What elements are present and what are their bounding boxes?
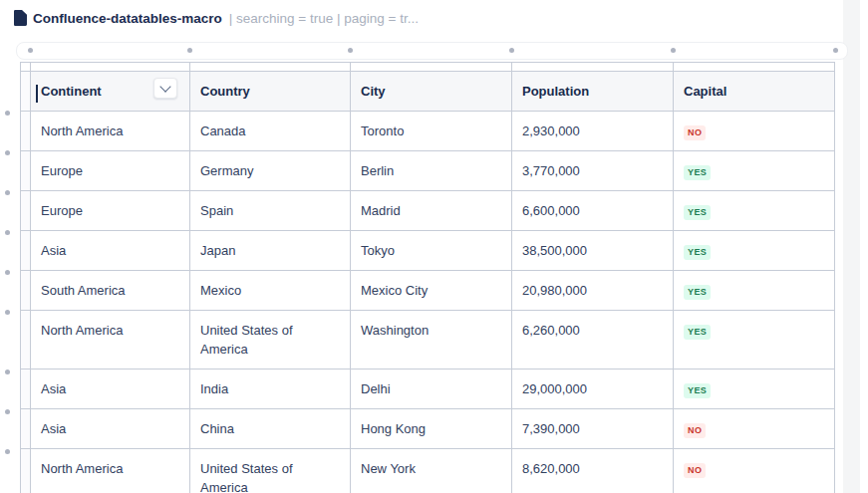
- column-grab-country[interactable]: [190, 63, 351, 72]
- cell-population[interactable]: 6,260,000: [512, 311, 674, 370]
- cell-country[interactable]: Japan: [190, 231, 351, 271]
- cell-country[interactable]: Mexico: [190, 271, 351, 311]
- cell-city[interactable]: Berlin: [351, 151, 512, 191]
- column-options-button[interactable]: [153, 78, 177, 99]
- cell-country[interactable]: India: [190, 370, 351, 409]
- row-drag-handle[interactable]: [21, 191, 31, 231]
- header-cell-capital[interactable]: Capital: [674, 72, 835, 112]
- cell-city[interactable]: Washington: [351, 311, 512, 370]
- row-handle-dot[interactable]: [5, 370, 10, 374]
- cell-capital[interactable]: YES: [674, 191, 835, 231]
- column-handle-dot[interactable]: [509, 48, 514, 53]
- row-handle-dot[interactable]: [5, 449, 10, 454]
- column-handle-dot[interactable]: [671, 48, 676, 53]
- cell-continent[interactable]: North America: [31, 311, 190, 370]
- row-drag-handle[interactable]: [21, 72, 31, 112]
- cell-continent[interactable]: Europe: [31, 191, 190, 231]
- column-grab-continent[interactable]: [31, 63, 190, 72]
- cell-capital[interactable]: YES: [674, 271, 835, 311]
- capital-badge: YES: [684, 165, 711, 180]
- cell-population[interactable]: 2,930,000: [512, 112, 674, 151]
- capital-badge: YES: [684, 245, 711, 260]
- cell-capital[interactable]: NO: [674, 409, 835, 449]
- cell-continent[interactable]: Asia: [31, 370, 190, 409]
- cell-continent[interactable]: North America: [31, 449, 190, 493]
- table-row: North AmericaUnited States of AmericaNew…: [21, 449, 835, 493]
- row-drag-handle[interactable]: [21, 271, 31, 311]
- row-drag-handle[interactable]: [21, 231, 31, 271]
- row-handle-dot[interactable]: [5, 409, 10, 414]
- cell-city[interactable]: Delhi: [351, 370, 512, 409]
- column-handle-dot[interactable]: [187, 48, 192, 53]
- column-controls-bar[interactable]: [16, 42, 848, 60]
- table-row: AsiaChinaHong Kong7,390,000NO: [21, 409, 835, 449]
- cell-population[interactable]: 7,390,000: [512, 409, 674, 449]
- row-handle-dot[interactable]: [5, 310, 10, 315]
- cell-population[interactable]: 38,500,000: [512, 231, 674, 271]
- cell-city[interactable]: Hong Kong: [351, 409, 512, 449]
- cell-capital[interactable]: NO: [674, 449, 835, 493]
- row-handle-dot[interactable]: [5, 230, 10, 235]
- column-handle-dot[interactable]: [833, 48, 838, 53]
- cell-capital[interactable]: YES: [674, 311, 835, 370]
- cell-country[interactable]: Germany: [190, 151, 351, 191]
- cell-continent[interactable]: North America: [31, 112, 190, 151]
- cell-city[interactable]: Tokyo: [351, 231, 512, 271]
- column-handle-dot[interactable]: [28, 48, 33, 53]
- text-cursor: [36, 85, 38, 103]
- cell-population[interactable]: 29,000,000: [512, 370, 674, 409]
- cell-population[interactable]: 3,770,000: [512, 151, 674, 191]
- cell-population[interactable]: 20,980,000: [512, 271, 674, 311]
- cell-continent[interactable]: Asia: [31, 409, 190, 449]
- data-table: Continent Country City Population Capita…: [20, 62, 835, 493]
- macro-params: | searching = true | paging = tr...: [229, 11, 419, 26]
- cell-country[interactable]: Spain: [190, 191, 351, 231]
- row-drag-handle[interactable]: [21, 151, 31, 191]
- cell-city[interactable]: New York: [351, 449, 512, 493]
- table-row: North AmericaCanadaToronto2,930,000NO: [21, 112, 835, 151]
- cell-continent[interactable]: Asia: [31, 231, 190, 271]
- column-grab-capital[interactable]: [674, 63, 835, 72]
- row-drag-handle[interactable]: [21, 311, 31, 370]
- row-handle-dot[interactable]: [5, 111, 10, 116]
- cell-continent[interactable]: Europe: [31, 151, 190, 191]
- column-grab-city[interactable]: [351, 63, 512, 72]
- cell-city[interactable]: Toronto: [351, 112, 512, 151]
- column-handle-dot[interactable]: [348, 48, 353, 53]
- macro-title-bar: Confluence-datatables-macro | searching …: [14, 10, 419, 26]
- row-handle-dot[interactable]: [5, 150, 10, 155]
- capital-badge: YES: [684, 205, 711, 220]
- cell-city[interactable]: Mexico City: [351, 271, 512, 311]
- cell-capital[interactable]: NO: [674, 112, 835, 151]
- header-cell-population[interactable]: Population: [512, 72, 674, 112]
- header-cell-city[interactable]: City: [351, 72, 512, 112]
- table-row: North AmericaUnited States of AmericaWas…: [21, 311, 835, 370]
- table-corner-handle[interactable]: [21, 63, 31, 72]
- row-drag-handle[interactable]: [21, 370, 31, 409]
- row-drag-handle[interactable]: [21, 449, 31, 493]
- cell-continent[interactable]: South America: [31, 271, 190, 311]
- cell-city[interactable]: Madrid: [351, 191, 512, 231]
- cell-country[interactable]: United States of America: [190, 449, 351, 493]
- cell-population[interactable]: 8,620,000: [512, 449, 674, 493]
- column-grab-population[interactable]: [512, 63, 674, 72]
- header-cell-country[interactable]: Country: [190, 72, 351, 112]
- row-drag-handle[interactable]: [21, 409, 31, 449]
- row-handle-dot[interactable]: [5, 270, 10, 275]
- row-drag-handle[interactable]: [21, 112, 31, 151]
- capital-badge: NO: [684, 125, 706, 140]
- column-grab-row: [21, 63, 835, 72]
- cell-country[interactable]: Canada: [190, 112, 351, 151]
- cell-population[interactable]: 6,600,000: [512, 191, 674, 231]
- cell-capital[interactable]: YES: [674, 370, 835, 409]
- right-gutter: [843, 0, 860, 493]
- row-handle-dot[interactable]: [5, 190, 10, 195]
- table-body: North AmericaCanadaToronto2,930,000NOEur…: [21, 112, 835, 493]
- table-row: South AmericaMexicoMexico City20,980,000…: [21, 271, 835, 311]
- cell-country[interactable]: China: [190, 409, 351, 449]
- cell-capital[interactable]: YES: [674, 151, 835, 191]
- confluence-editor-canvas: Confluence-datatables-macro | searching …: [0, 0, 868, 493]
- table-row: EuropeGermanyBerlin3,770,000YES: [21, 151, 835, 191]
- cell-capital[interactable]: YES: [674, 231, 835, 271]
- cell-country[interactable]: United States of America: [190, 311, 351, 370]
